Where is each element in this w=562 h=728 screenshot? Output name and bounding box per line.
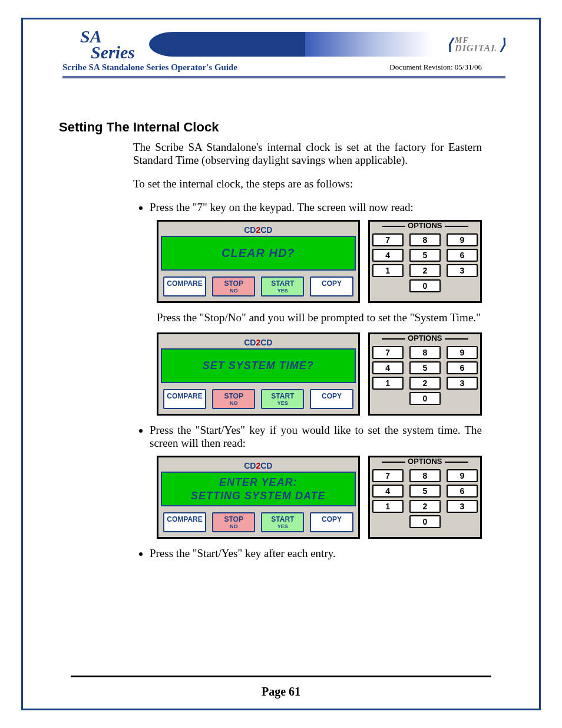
sa-series-logo: SA Series — [62, 28, 135, 60]
keypad-key-5[interactable]: 5 — [409, 361, 441, 374]
keypad-key-4[interactable]: 4 — [372, 485, 404, 498]
options-keypad: OPTIONS 7894561230 — [368, 332, 482, 416]
keypad-key-3[interactable]: 3 — [447, 264, 478, 277]
keypad-key-6[interactable]: 6 — [447, 485, 478, 498]
keypad-key-2[interactable]: 2 — [409, 377, 441, 390]
options-label: OPTIONS — [370, 334, 480, 342]
keypad-key-6[interactable]: 6 — [447, 361, 478, 374]
keypad-key-1[interactable]: 1 — [372, 377, 404, 390]
options-keypad: OPTIONS 7894561230 — [368, 220, 482, 303]
keypad-key-8[interactable]: 8 — [409, 346, 441, 359]
chevron-left-icon: ⟨ — [447, 35, 452, 54]
keypad-key-9[interactable]: 9 — [447, 233, 478, 246]
keypad-key-0[interactable]: 0 — [409, 515, 441, 528]
keypad-key-4[interactable]: 4 — [372, 249, 404, 262]
keypad-key-2[interactable]: 2 — [409, 500, 441, 513]
keypad-key-0[interactable]: 0 — [409, 279, 441, 292]
keypad-key-7[interactable]: 7 — [372, 469, 404, 482]
keypad-key-9[interactable]: 9 — [447, 469, 478, 482]
guide-title: Scribe SA Standalone Series Operator's G… — [62, 62, 237, 73]
keypad-key-5[interactable]: 5 — [409, 485, 441, 498]
keypad-key-4[interactable]: 4 — [372, 361, 404, 374]
keypad-key-7[interactable]: 7 — [372, 346, 404, 359]
keypad-key-3[interactable]: 3 — [447, 377, 478, 390]
page-header: SA Series ⟨ MF DIGITAL ⟩ Scribe SA Stand… — [62, 28, 505, 78]
chevron-right-icon: ⟩ — [500, 35, 505, 54]
keypad-key-8[interactable]: 8 — [409, 233, 441, 246]
page-number: Page 61 — [0, 685, 562, 699]
keypad-key-8[interactable]: 8 — [409, 469, 441, 482]
header-swoosh-icon — [149, 32, 432, 57]
footer-rule — [71, 676, 491, 677]
keypad-key-9[interactable]: 9 — [447, 346, 478, 359]
keypad-key-1[interactable]: 1 — [372, 500, 404, 513]
options-keypad: OPTIONS 7894561230 — [368, 456, 482, 539]
mf-digital-logo: ⟨ MF DIGITAL ⟩ — [447, 35, 505, 54]
options-label: OPTIONS — [370, 457, 480, 466]
keypad-key-5[interactable]: 5 — [409, 249, 441, 262]
keypad-key-1[interactable]: 1 — [372, 264, 404, 277]
keypad-key-7[interactable]: 7 — [372, 233, 404, 246]
keypad-key-0[interactable]: 0 — [409, 392, 441, 405]
keypad-key-2[interactable]: 2 — [409, 264, 441, 277]
keypad-key-3[interactable]: 3 — [447, 500, 478, 513]
options-label: OPTIONS — [370, 221, 480, 230]
revision-label: Document Revision: 05/31/06 — [389, 62, 505, 73]
keypad-key-6[interactable]: 6 — [447, 249, 478, 262]
